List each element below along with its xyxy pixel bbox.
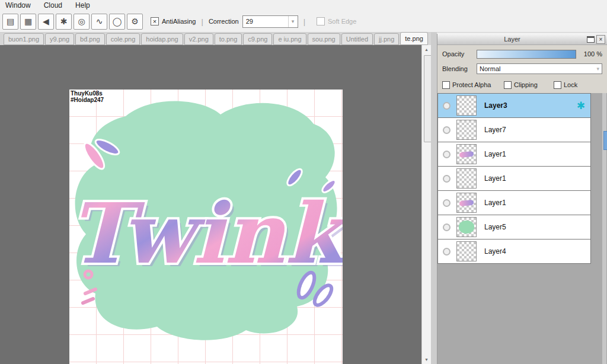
tab-te-active[interactable]: te.png xyxy=(400,32,428,45)
layer-list-scrollbar-thumb[interactable] xyxy=(603,131,607,150)
curve-tool-button[interactable]: ∿ xyxy=(91,14,107,30)
menu-help[interactable]: Help xyxy=(75,1,90,9)
layer-visibility-toggle[interactable] xyxy=(438,167,455,190)
tab-to[interactable]: to.png xyxy=(215,33,242,45)
arrow-left-icon: ◀ xyxy=(43,17,49,26)
layer-panel-header[interactable]: Layer × xyxy=(437,34,607,45)
popout-window-icon[interactable] xyxy=(587,36,595,43)
tab-eiu[interactable]: e iu.png xyxy=(273,33,306,45)
grid-pattern-icon: ▦ xyxy=(24,17,32,26)
tab-label: cole.png xyxy=(111,36,136,43)
opacity-slider[interactable] xyxy=(477,50,576,59)
protect-alpha-checkbox[interactable] xyxy=(442,81,450,89)
menu-cloud[interactable]: Cloud xyxy=(44,1,62,9)
visibility-dot-icon xyxy=(443,223,451,231)
layer-thumbnail xyxy=(456,144,477,164)
tab-label: te.png xyxy=(405,35,423,42)
layer-effect-icon[interactable]: ✱ xyxy=(577,100,585,112)
layer-name: Layer3 xyxy=(484,101,507,110)
tab-hoidap[interactable]: hoidap.png xyxy=(141,33,183,45)
layer-row-layer1-b[interactable]: Layer1 xyxy=(437,167,591,191)
concentric-circles-tool-button[interactable]: ◎ xyxy=(74,14,90,30)
tab-label: v2.png xyxy=(189,36,209,43)
canvas-watermark: ThuyKu08s #Hoidap247 xyxy=(71,90,104,103)
layer-panel: Layer × Opacity 100 % Blending Normal ▾ … xyxy=(437,34,607,364)
tab-label: bđ.png xyxy=(80,36,100,43)
canvas-vertical-scrollbar[interactable]: ▲ ▼ xyxy=(421,45,431,364)
correction-dropdown-arrow-icon[interactable]: ▾ xyxy=(288,16,298,27)
layer-name: Layer1 xyxy=(484,150,506,158)
tab-c9[interactable]: c9.png xyxy=(243,33,272,45)
hatch-pattern-tool-button[interactable]: ▤ xyxy=(2,14,18,30)
layer-visibility-toggle[interactable] xyxy=(438,191,455,215)
antialiasing-checkbox[interactable]: × xyxy=(151,17,159,25)
arrow-tool-button[interactable]: ◀ xyxy=(38,14,54,30)
soft-edge-label: Soft Edge xyxy=(328,18,356,25)
tab-cole[interactable]: cole.png xyxy=(106,33,140,45)
menu-window[interactable]: Window xyxy=(5,1,31,9)
tab-untitled[interactable]: Untitled xyxy=(341,33,373,45)
layer-name: Layer7 xyxy=(484,126,506,134)
tab-label: y9.png xyxy=(50,36,69,43)
lock-checkbox[interactable] xyxy=(554,81,561,89)
accent-dash-1 xyxy=(85,289,95,293)
layer-visibility-toggle[interactable] xyxy=(438,94,455,117)
scroll-down-arrow-icon[interactable]: ▼ xyxy=(422,355,431,364)
antialiasing-label: AntiAliasing xyxy=(162,18,196,25)
visibility-dot-icon xyxy=(443,102,451,110)
layer-name: Layer5 xyxy=(484,223,506,231)
blending-dropdown[interactable]: Normal ▾ xyxy=(477,63,602,74)
layer-visibility-toggle[interactable] xyxy=(438,118,455,142)
tab-label: e iu.png xyxy=(278,36,301,43)
circle-tool-button[interactable]: ◯ xyxy=(109,14,125,30)
tab-bd[interactable]: bđ.png xyxy=(75,33,105,45)
visibility-dot-icon xyxy=(443,199,451,207)
visibility-dot-icon xyxy=(443,175,451,183)
drawing-canvas[interactable]: ThuyKu08s #Hoidap247 xyxy=(69,90,343,364)
toolbar-separator: | xyxy=(304,17,305,26)
scroll-up-arrow-icon[interactable]: ▲ xyxy=(422,45,431,54)
gear-icon: ⚙ xyxy=(131,17,139,26)
layer-visibility-toggle[interactable] xyxy=(438,142,455,166)
layer-row-layer3[interactable]: Layer3 ✱ xyxy=(437,93,591,118)
circle-icon: ◯ xyxy=(113,17,122,26)
tab-sou[interactable]: sou.png xyxy=(308,33,340,45)
star-burst-tool-button[interactable]: ✱ xyxy=(56,14,72,30)
layer-row-layer7[interactable]: Layer7 xyxy=(437,118,591,142)
tab-label: sou.png xyxy=(312,36,336,43)
watermark-line1: ThuyKu08s xyxy=(71,90,104,97)
layer-row-layer5[interactable]: Layer5 xyxy=(437,215,591,240)
soft-edge-checkbox[interactable] xyxy=(317,17,325,25)
correction-dropdown[interactable]: 29 ▾ xyxy=(242,15,298,28)
close-icon[interactable]: × xyxy=(596,35,605,44)
layer-visibility-toggle[interactable] xyxy=(438,240,455,263)
tab-y9[interactable]: y9.png xyxy=(45,33,74,45)
layer-name: Layer1 xyxy=(484,174,506,183)
grid-pattern-tool-button[interactable]: ▦ xyxy=(20,14,36,30)
layer-list: Layer3 ✱ Layer7 Layer1 Layer1 xyxy=(437,93,591,264)
settings-tool-button[interactable]: ⚙ xyxy=(127,14,143,30)
toolbar-separator: | xyxy=(201,17,203,26)
artwork-drawing: Twink Twink xyxy=(69,90,343,364)
protect-alpha-label: Protect Alpha xyxy=(452,81,491,88)
layer-visibility-toggle[interactable] xyxy=(438,215,455,239)
tab-label: to.png xyxy=(219,36,238,43)
layer-row-layer1-a[interactable]: Layer1 xyxy=(437,142,591,167)
layer-row-layer1-c[interactable]: Layer1 xyxy=(437,191,591,215)
tab-jj[interactable]: jj.png xyxy=(374,33,399,45)
clipping-option[interactable]: Clipping xyxy=(504,81,554,89)
clipping-label: Clipping xyxy=(514,81,538,88)
protect-alpha-option[interactable]: Protect Alpha xyxy=(442,81,504,89)
layer-list-region: Layer3 ✱ Layer7 Layer1 Layer1 xyxy=(437,93,607,364)
clipping-checkbox[interactable] xyxy=(504,81,512,89)
layer-row-layer4[interactable]: Layer4 xyxy=(437,240,591,264)
tab-buon1[interactable]: buon1.png xyxy=(4,33,44,45)
layer-thumbnail xyxy=(456,241,477,261)
visibility-dot-icon xyxy=(443,248,451,256)
visibility-dot-icon xyxy=(443,151,451,158)
layer-list-scrollbar[interactable] xyxy=(602,93,606,364)
tab-v2[interactable]: v2.png xyxy=(184,33,213,45)
blending-dropdown-arrow-icon: ▾ xyxy=(596,66,599,72)
lock-option[interactable]: Lock xyxy=(554,81,577,89)
layer-name: Layer4 xyxy=(484,247,506,256)
